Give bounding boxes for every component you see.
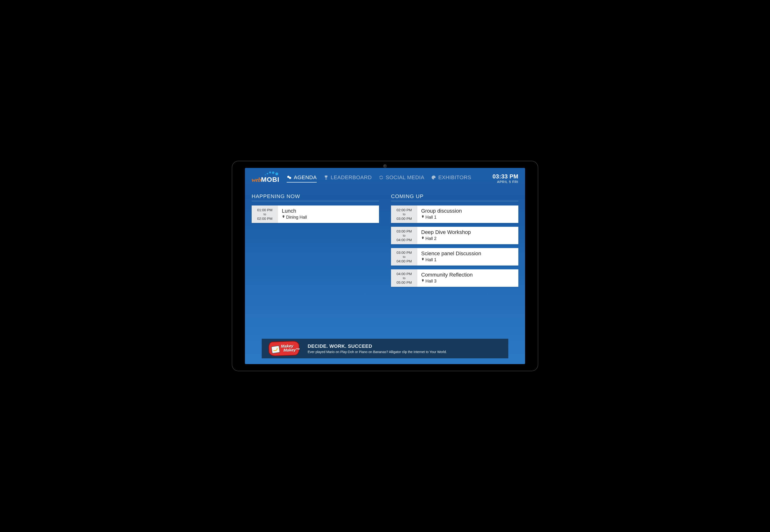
- event-card[interactable]: 03:00 PM to 04:00 PM Deep Dive Workshop …: [391, 227, 518, 244]
- palette-icon: [431, 175, 436, 180]
- event-body: Group discussion Hall 1: [417, 205, 518, 223]
- event-card[interactable]: 02:00 PM to 03:00 PM Group discussion Ha…: [391, 205, 518, 223]
- svg-point-1: [289, 177, 291, 179]
- event-location-text: Dining Hall: [286, 215, 307, 220]
- event-time: 03:00 PM to 04:00 PM: [391, 248, 417, 266]
- event-location-text: Hall 2: [425, 236, 436, 241]
- tab-label: SOCIAL MEDIA: [386, 174, 424, 181]
- svg-point-3: [433, 176, 433, 177]
- event-start: 02:00 PM: [396, 208, 412, 212]
- sponsor-subtitle: Ever played Mario on Play-Doh or Piano o…: [308, 350, 447, 354]
- main-content: HAPPENING NOW 01:00 PM to 02:00 PM Lunch: [245, 186, 525, 336]
- event-title: Deep Dive Workshop: [421, 229, 514, 235]
- event-end: 03:00 PM: [396, 216, 412, 221]
- event-time: 01:00 PM to 02:00 PM: [252, 205, 278, 223]
- sponsor-text: DECIDE. WORK. SUCCEED Ever played Mario …: [308, 344, 447, 354]
- event-body: Deep Dive Workshop Hall 2: [417, 227, 518, 244]
- chat-icon: [287, 175, 292, 180]
- tablet-frame: web MOBI AGENDA LEADERBOARD: [232, 161, 538, 371]
- app-screen: web MOBI AGENDA LEADERBOARD: [245, 168, 525, 364]
- tablet-camera: [383, 164, 387, 168]
- event-start: 01:00 PM: [257, 208, 273, 212]
- trophy-icon: [324, 175, 329, 180]
- event-location: Hall 1: [421, 215, 514, 220]
- event-start: 03:00 PM: [396, 250, 412, 255]
- svg-point-5: [435, 177, 435, 177]
- svg-point-2: [432, 177, 433, 177]
- event-to: to: [403, 234, 406, 237]
- sponsor-banner[interactable]: Makey Makey™ DECIDE. WORK. SUCCEED Ever …: [262, 339, 508, 358]
- event-title: Community Reflection: [421, 272, 514, 278]
- tab-exhibitors[interactable]: EXHIBITORS: [431, 174, 471, 183]
- event-to: to: [403, 212, 406, 216]
- sponsor-title: DECIDE. WORK. SUCCEED: [308, 344, 447, 349]
- event-time: 03:00 PM to 04:00 PM: [391, 227, 417, 244]
- event-location-text: Hall 1: [425, 257, 436, 262]
- location-pin-icon: [282, 215, 285, 220]
- event-location-text: Hall 1: [425, 215, 436, 220]
- app-header: web MOBI AGENDA LEADERBOARD: [245, 168, 525, 186]
- refresh-icon: [379, 175, 384, 180]
- event-to: to: [403, 276, 406, 280]
- clock-date: APRIL 5 FRI: [492, 180, 518, 184]
- event-end: 04:00 PM: [396, 259, 412, 263]
- section-title-upcoming: COMING UP: [391, 193, 518, 201]
- sponsor-logo: Makey Makey™: [268, 341, 300, 356]
- column-coming-up: COMING UP 02:00 PM to 03:00 PM Group dis…: [391, 193, 518, 334]
- tab-leaderboard[interactable]: LEADERBOARD: [324, 174, 372, 183]
- event-start: 03:00 PM: [396, 229, 412, 233]
- clock: 03:33 PM APRIL 5 FRI: [492, 173, 518, 184]
- column-happening-now: HAPPENING NOW 01:00 PM to 02:00 PM Lunch: [252, 193, 379, 334]
- event-end: 04:00 PM: [396, 238, 412, 242]
- event-title: Lunch: [282, 208, 375, 214]
- event-body: Lunch Dining Hall: [278, 205, 379, 223]
- location-pin-icon: [421, 215, 424, 220]
- location-pin-icon: [421, 257, 424, 263]
- app-logo: web MOBI: [252, 173, 280, 183]
- tab-agenda[interactable]: AGENDA: [287, 174, 317, 183]
- event-to: to: [403, 255, 406, 259]
- tab-label: EXHIBITORS: [438, 174, 471, 181]
- event-time: 04:00 PM to 05:00 PM: [391, 269, 417, 287]
- event-card[interactable]: 01:00 PM to 02:00 PM Lunch Dining Hall: [252, 205, 379, 223]
- tab-label: LEADERBOARD: [331, 174, 372, 181]
- logo-part-web: web: [252, 176, 261, 183]
- event-to: to: [264, 212, 266, 216]
- logo-dots-icon: [265, 172, 278, 177]
- event-end: 05:00 PM: [396, 280, 412, 284]
- clock-time: 03:33 PM: [492, 173, 518, 180]
- location-pin-icon: [421, 236, 424, 241]
- event-location: Hall 2: [421, 236, 514, 241]
- upcoming-events-list: 02:00 PM to 03:00 PM Group discussion Ha…: [391, 205, 518, 287]
- event-body: Science panel Discussion Hall 1: [417, 248, 518, 266]
- tab-label: AGENDA: [294, 174, 317, 181]
- event-end: 02:00 PM: [257, 216, 273, 221]
- svg-point-4: [434, 176, 434, 177]
- event-body: Community Reflection Hall 3: [417, 269, 518, 287]
- tab-social-media[interactable]: SOCIAL MEDIA: [379, 174, 424, 183]
- location-pin-icon: [421, 278, 424, 284]
- section-title-now: HAPPENING NOW: [252, 193, 379, 201]
- event-location: Hall 1: [421, 257, 514, 263]
- event-location-text: Hall 3: [425, 279, 436, 284]
- event-title: Group discussion: [421, 208, 514, 214]
- event-card[interactable]: 03:00 PM to 04:00 PM Science panel Discu…: [391, 248, 518, 266]
- event-title: Science panel Discussion: [421, 250, 514, 257]
- event-location: Dining Hall: [282, 215, 375, 220]
- sponsor-logo-line2: Makey: [283, 348, 296, 353]
- event-start: 04:00 PM: [396, 272, 412, 276]
- now-events-list: 01:00 PM to 02:00 PM Lunch Dining Hall: [252, 205, 379, 223]
- event-card[interactable]: 04:00 PM to 05:00 PM Community Reflectio…: [391, 269, 518, 287]
- event-time: 02:00 PM to 03:00 PM: [391, 205, 417, 223]
- event-location: Hall 3: [421, 278, 514, 284]
- main-nav: AGENDA LEADERBOARD SOCIAL MEDIA: [287, 174, 471, 183]
